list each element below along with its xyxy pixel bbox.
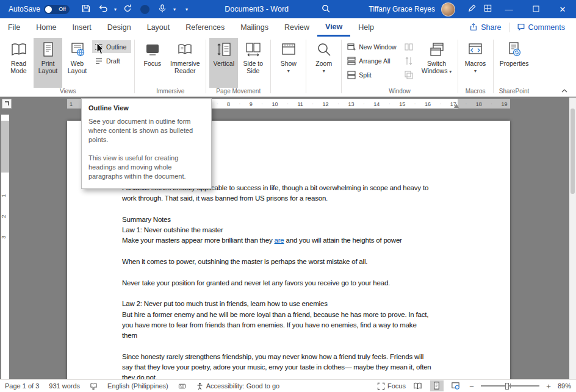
properties-button[interactable]: Properties xyxy=(497,38,532,88)
inking-button[interactable] xyxy=(464,1,480,17)
status-web-layout-button[interactable] xyxy=(449,380,463,391)
dictate-dropdown-chevron-icon[interactable]: ▾ xyxy=(171,7,178,12)
tab-stop-selector[interactable] xyxy=(2,99,12,109)
reset-window-position-icon xyxy=(404,70,414,80)
doc-line: When it comes to power, outshining the m… xyxy=(122,257,461,267)
zoom-slider-thumb[interactable] xyxy=(505,383,509,390)
focus-button[interactable]: Focus xyxy=(138,38,167,88)
tab-insert[interactable]: Insert xyxy=(65,18,99,37)
synchronous-scrolling-icon xyxy=(404,56,414,66)
status-print-layout-button[interactable] xyxy=(430,380,444,391)
zoom-level[interactable]: 89% xyxy=(558,382,571,390)
zoom-dropdown-chevron-icon: ▾ xyxy=(323,69,325,74)
side-to-side-button[interactable]: Side to Side xyxy=(239,38,267,88)
view-side-by-side-button[interactable] xyxy=(402,40,419,53)
tab-review[interactable]: Review xyxy=(276,18,317,37)
save-button[interactable] xyxy=(78,1,94,17)
tab-references[interactable]: References xyxy=(178,18,232,37)
tab-file[interactable]: File xyxy=(0,18,28,37)
tooltip-title: Outline View xyxy=(88,104,204,112)
doc-line: Since honesty rarely strengthens friends… xyxy=(122,352,461,362)
avatar[interactable] xyxy=(441,2,455,16)
group-caption-macros: Macros xyxy=(461,88,490,96)
web-layout-button[interactable]: Web Layout xyxy=(63,38,92,88)
zoom-in-button[interactable]: + xyxy=(545,382,552,391)
minimize-button[interactable]: — xyxy=(495,0,522,18)
synchronous-scrolling-button[interactable] xyxy=(402,54,419,67)
word-count[interactable]: 931 words xyxy=(49,382,80,390)
read-mode-button[interactable]: Read Mode xyxy=(4,38,33,88)
zoom-out-button[interactable]: − xyxy=(468,382,475,391)
undo-dropdown-chevron-icon[interactable]: ▾ xyxy=(112,7,118,12)
zoom-button[interactable]: Zoom ▾ xyxy=(309,38,338,88)
share-icon xyxy=(469,23,478,33)
dictate-button[interactable] xyxy=(154,1,170,17)
doc-line xyxy=(122,246,461,257)
read-mode-icon xyxy=(10,41,27,58)
maximize-button[interactable] xyxy=(522,0,549,18)
group-caption-page-movement: Page Movement xyxy=(209,88,267,96)
split-button[interactable]: Split xyxy=(345,68,376,81)
vruler-margin xyxy=(1,121,9,173)
ribbon-group-sharepoint: Properties SharePoint xyxy=(494,37,535,96)
proofing-errors-icon[interactable] xyxy=(90,382,98,390)
ribbon: Read Mode Print Layout Web Layout Outlin… xyxy=(0,37,576,97)
doc-line: you have more to fear from friends than … xyxy=(122,320,461,330)
immersive-reader-button[interactable]: Immersive Reader xyxy=(167,38,203,88)
right-indent-marker[interactable] xyxy=(454,104,459,108)
vertical-button[interactable]: Vertical xyxy=(209,38,238,88)
language-indicator[interactable]: English (Philippines) xyxy=(107,382,168,390)
view-side-by-side-icon xyxy=(404,42,414,52)
text-predictions-icon[interactable] xyxy=(178,382,186,390)
zoom-icon xyxy=(315,41,333,58)
chevron-up-icon xyxy=(561,85,567,94)
user-account[interactable]: Tiffany Grace Reyes xyxy=(369,5,435,13)
status-read-mode-button[interactable] xyxy=(411,380,425,391)
tab-help[interactable]: Help xyxy=(350,18,382,37)
tab-mailings[interactable]: Mailings xyxy=(232,18,276,37)
ribbon-group-show: Show ▾ xyxy=(271,37,306,96)
share-button[interactable]: Share xyxy=(464,21,506,35)
zoom-slider[interactable] xyxy=(481,382,539,390)
scrollbar-thumb[interactable] xyxy=(571,109,575,194)
apps-grid-button[interactable] xyxy=(480,1,495,17)
reset-window-position-button[interactable] xyxy=(402,68,419,81)
tab-design[interactable]: Design xyxy=(99,18,139,37)
tab-layout[interactable]: Layout xyxy=(139,18,178,37)
switch-windows-button[interactable]: Switch Windows ▾ xyxy=(419,38,455,88)
arrange-all-button[interactable]: Arrange All xyxy=(345,54,395,67)
autosave-toggle[interactable]: AutoSave Off xyxy=(9,5,70,14)
maximize-icon xyxy=(533,5,539,14)
accessibility-label: Accessibility: Good to go xyxy=(206,382,279,390)
group-caption-window: Window xyxy=(345,88,454,96)
tab-view[interactable]: View xyxy=(317,18,350,37)
comments-button[interactable]: Comments xyxy=(512,21,570,35)
doc-line: Make your masters appear more brilliant … xyxy=(122,235,461,246)
redo-button[interactable] xyxy=(120,1,135,17)
macros-button[interactable]: Macros ▾ xyxy=(461,38,490,88)
accessibility-status[interactable]: Accessibility: Good to go xyxy=(196,382,279,390)
undo-button[interactable] xyxy=(95,1,111,17)
ribbon-group-page-movement: Vertical Side to Side Page Movement xyxy=(206,37,270,96)
tab-home[interactable]: Home xyxy=(28,18,64,37)
zoom-slider-notch xyxy=(510,383,511,388)
new-window-label: New Window xyxy=(359,43,396,51)
print-layout-button[interactable]: Print Layout xyxy=(34,38,62,88)
vertical-ruler[interactable]: 123 xyxy=(1,115,9,379)
page-indicator[interactable]: Page 1 of 3 xyxy=(5,382,39,390)
autosave-switch[interactable]: Off xyxy=(44,5,70,14)
draft-label: Draft xyxy=(106,57,120,65)
split-label: Split xyxy=(359,71,371,79)
close-button[interactable]: ✕ xyxy=(549,0,576,18)
new-window-button[interactable]: New Window xyxy=(345,40,401,53)
focus-toggle[interactable]: Focus xyxy=(377,382,406,390)
search-button[interactable] xyxy=(318,1,334,17)
zoom-label: Zoom xyxy=(315,60,332,67)
vertical-scrollbar[interactable] xyxy=(569,98,576,379)
collapse-ribbon-button[interactable] xyxy=(558,85,571,94)
customize-toolbar-chevron-icon[interactable]: ▾ xyxy=(184,7,190,12)
print-layout-small-icon xyxy=(432,381,441,391)
properties-label: Properties xyxy=(500,60,529,67)
show-button[interactable]: Show ▾ xyxy=(274,38,303,88)
underlined-word[interactable]: are xyxy=(275,237,284,244)
